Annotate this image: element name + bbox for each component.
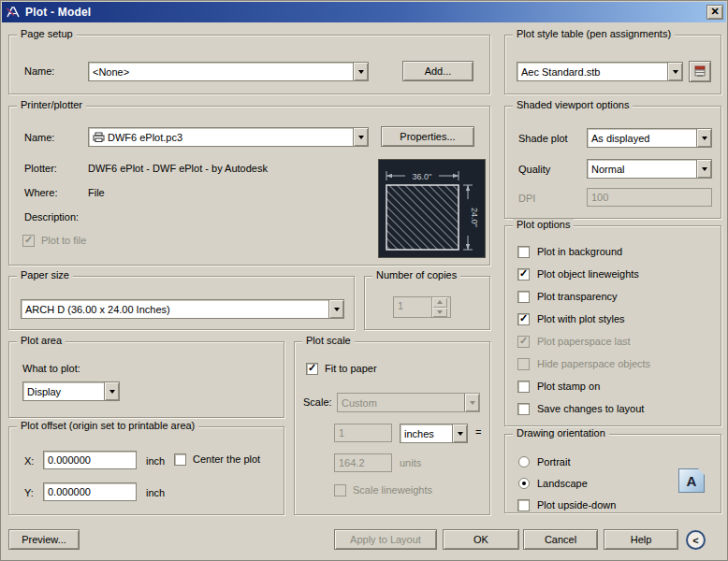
help-button[interactable]: Help <box>604 529 678 550</box>
where-value: File <box>88 187 105 198</box>
ok-button[interactable]: OK <box>443 529 519 550</box>
scale-unit-value: inches <box>400 428 452 439</box>
offset-y-label: Y: <box>24 487 34 498</box>
scale-unit-select[interactable]: inches <box>400 424 468 443</box>
chevron-down-icon[interactable] <box>104 382 119 400</box>
page-setup-legend: Page setup <box>17 28 77 39</box>
drawing-orientation-group: Drawing orientation Portrait Landscape P… <box>504 434 721 513</box>
what-to-plot-label: What to plot: <box>22 363 80 374</box>
plot-style-value: Aec Standard.stb <box>517 66 667 78</box>
plot-offset-legend: Plot offset (origin set to printable are… <box>17 420 198 431</box>
paper-size-group: Paper size ARCH D (36.00 x 24.00 Inches) <box>8 276 355 330</box>
chevron-down-icon[interactable] <box>353 128 368 146</box>
plot-options-group: Plot options Plot in background Plot obj… <box>504 225 721 426</box>
quality-select[interactable]: Normal <box>587 159 712 179</box>
offset-x-input[interactable]: 0.000000 <box>43 451 137 469</box>
paper-size-legend: Paper size <box>17 269 73 280</box>
copies-legend: Number of copies <box>372 269 460 280</box>
properties-button[interactable]: Properties... <box>381 126 474 147</box>
plot-object-lineweights-label: Plot object lineweights <box>537 268 639 280</box>
center-plot-checkbox[interactable] <box>174 453 186 466</box>
printer-name-select[interactable]: DWF6 ePlot.pc3 <box>88 127 369 147</box>
plot-style-legend: Plot style table (pen assignments) <box>513 28 675 39</box>
preview-height-dim: 24.0'' <box>470 208 479 227</box>
edit-plot-style-icon <box>693 65 706 78</box>
plot-in-background-label: Plot in background <box>537 246 622 257</box>
page-setup-name-label: Name: <box>24 65 54 77</box>
add-button[interactable]: Add... <box>402 61 473 81</box>
plot-dialog: Plot - Model ✕ Page setup Name: <None> A… <box>0 0 728 561</box>
shade-plot-select[interactable]: As displayed <box>587 128 712 148</box>
scale-select: Custom <box>337 393 480 412</box>
plot-style-select[interactable]: Aec Standard.stb <box>517 62 683 81</box>
plot-in-background-checkbox[interactable] <box>517 246 530 258</box>
landscape-radio[interactable] <box>518 478 530 489</box>
apply-to-layout-button: Apply to Layout <box>334 529 437 550</box>
title-bar: Plot - Model ✕ <box>2 2 726 22</box>
page-setup-name-value: <None> <box>89 66 353 78</box>
plot-paperspace-last-label: Plot paperspace last <box>537 336 631 347</box>
paper-size-select[interactable]: ARCH D (36.00 x 24.00 Inches) <box>21 299 344 319</box>
fit-to-paper-checkbox[interactable] <box>306 363 318 375</box>
landscape-label: Landscape <box>537 478 588 489</box>
chevron-down-icon[interactable] <box>452 424 467 442</box>
fewer-options-button[interactable]: < <box>686 530 706 550</box>
preview-width-dim: 36.0'' <box>413 172 432 181</box>
plot-offset-group: Plot offset (origin set to printable are… <box>8 426 284 515</box>
plot-style-group: Plot style table (pen assignments) Aec S… <box>504 35 721 94</box>
dpi-label: DPI <box>518 193 535 204</box>
save-changes-to-layout-checkbox[interactable] <box>517 403 530 415</box>
units-label: units <box>400 457 421 468</box>
scale-label: Scale: <box>303 396 332 408</box>
shade-plot-value: As displayed <box>588 133 696 144</box>
shaded-viewport-legend: Shaded viewport options <box>513 99 633 110</box>
hide-paperspace-objects-checkbox <box>517 358 530 370</box>
quality-label: Quality <box>518 164 550 175</box>
description-label: Description: <box>24 211 79 223</box>
fit-to-paper-label: Fit to paper <box>325 363 377 374</box>
copies-value: 1 <box>394 297 431 317</box>
portrait-radio[interactable] <box>518 456 530 468</box>
paper-size-value: ARCH D (36.00 x 24.00 Inches) <box>22 304 328 315</box>
plot-transparency-checkbox[interactable] <box>517 291 530 303</box>
plot-with-plot-styles-checkbox[interactable] <box>517 313 530 325</box>
cancel-button[interactable]: Cancel <box>523 529 598 550</box>
plot-stamp-on-label: Plot stamp on <box>537 381 600 392</box>
what-to-plot-select[interactable]: Display <box>22 381 120 401</box>
scale-units-input: 164.2 <box>334 453 392 472</box>
center-plot-label: Center the plot <box>193 453 260 465</box>
offset-x-unit: inch <box>146 455 165 467</box>
offset-y-input[interactable]: 0.000000 <box>43 482 137 501</box>
close-button[interactable]: ✕ <box>706 5 723 20</box>
printer-name-label: Name: <box>24 132 54 143</box>
plot-to-file-checkbox <box>22 235 35 247</box>
save-changes-to-layout-label: Save changes to layout <box>537 403 644 414</box>
plot-object-lineweights-checkbox[interactable] <box>517 268 530 280</box>
plot-with-plot-styles-label: Plot with plot styles <box>537 313 625 324</box>
chevron-down-icon[interactable] <box>696 129 711 147</box>
paper-preview: 36.0'' 24.0'' <box>378 159 486 258</box>
plot-to-file-label: Plot to file <box>41 235 86 246</box>
chevron-down-icon[interactable] <box>667 63 682 80</box>
plot-upside-down-checkbox[interactable] <box>517 499 530 511</box>
plot-area-group: Plot area What to plot: Display <box>8 341 284 418</box>
scale-value: Custom <box>338 397 464 409</box>
equals-sign: = <box>475 426 481 438</box>
offset-x-label: X: <box>24 455 34 467</box>
preview-button[interactable]: Preview... <box>8 529 80 550</box>
printer-legend: Printer/plotter <box>17 99 86 110</box>
scale-factor-input: 1 <box>334 424 392 442</box>
chevron-down-icon[interactable] <box>696 160 711 178</box>
where-label: Where: <box>24 187 57 198</box>
plot-transparency-label: Plot transparency <box>537 291 618 302</box>
copies-group: Number of copies 1 <box>364 276 490 330</box>
printer-name-value: DWF6 ePlot.pc3 <box>108 132 182 143</box>
hide-paperspace-objects-label: Hide paperspace objects <box>537 358 650 369</box>
chevron-down-icon[interactable] <box>328 300 343 318</box>
plot-stamp-on-checkbox[interactable] <box>517 381 530 393</box>
quality-value: Normal <box>588 164 696 175</box>
chevron-down-icon[interactable] <box>353 63 368 80</box>
page-setup-name-select[interactable]: <None> <box>88 62 369 81</box>
what-to-plot-value: Display <box>23 386 104 397</box>
edit-plot-style-button[interactable] <box>689 61 711 82</box>
